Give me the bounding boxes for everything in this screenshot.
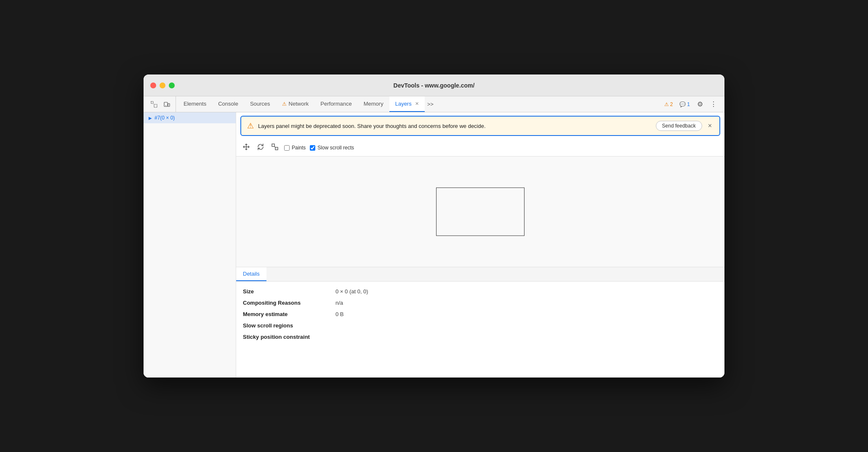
tab-layers[interactable]: Layers ✕ [389, 96, 425, 112]
detail-key-sticky: Sticky position constraint [243, 334, 335, 340]
slow-scroll-checkbox-label[interactable]: Slow scroll rects [310, 145, 354, 151]
settings-button[interactable]: ⚙ [694, 98, 706, 110]
detail-row-memory: Memory estimate 0 B [243, 308, 718, 320]
network-warning-icon: ⚠ [282, 101, 287, 107]
tab-details[interactable]: Details [236, 267, 266, 281]
tabs-list: Elements Console Sources ⚠ Network Perfo… [178, 96, 662, 112]
close-button[interactable] [150, 82, 156, 88]
tab-sources[interactable]: Sources [244, 96, 276, 112]
svg-rect-0 [151, 101, 153, 104]
content-panel: ⚠ Layers panel might be deprecated soon.… [236, 112, 724, 378]
details-content: Size 0 × 0 (at 0, 0) Compositing Reasons… [236, 282, 724, 347]
details-section: Details Size 0 × 0 (at 0, 0) Compositing… [236, 267, 724, 378]
tab-performance[interactable]: Performance [314, 96, 357, 112]
warning-icon: ⚠ [664, 101, 669, 107]
devtools-window: DevTools - www.google.com/ [144, 74, 724, 378]
detail-key-size: Size [243, 288, 335, 295]
deprecation-banner: ⚠ Layers panel might be deprecated soon.… [240, 116, 720, 136]
tab-memory[interactable]: Memory [358, 96, 389, 112]
rotate-icon[interactable] [256, 142, 266, 154]
device-icon[interactable] [161, 99, 172, 110]
traffic-lights [150, 82, 175, 88]
detail-row-scroll: Slow scroll regions [243, 320, 718, 331]
inspect-icon[interactable] [149, 99, 160, 110]
tab-network[interactable]: ⚠ Network [276, 96, 315, 112]
slow-scroll-checkbox[interactable] [310, 145, 315, 151]
svg-rect-6 [275, 147, 278, 150]
devtools-container: Elements Console Sources ⚠ Network Perfo… [144, 96, 724, 378]
message-badge[interactable]: 💬 1 [677, 101, 692, 108]
send-feedback-button[interactable]: Send feedback [656, 121, 702, 131]
banner-warning-icon: ⚠ [247, 121, 254, 130]
more-options-button[interactable]: ⋮ [708, 98, 719, 110]
sidebar-item-layer[interactable]: ▶ #7(0 × 0) [144, 112, 236, 123]
detail-row-sticky: Sticky position constraint [243, 331, 718, 343]
svg-rect-3 [168, 104, 170, 106]
tabs-bar: Elements Console Sources ⚠ Network Perfo… [144, 96, 724, 112]
warning-badge[interactable]: ⚠ 2 [662, 101, 676, 108]
tab-elements[interactable]: Elements [178, 96, 212, 112]
tab-icon-group [145, 96, 176, 112]
detail-row-compositing: Compositing Reasons n/a [243, 297, 718, 308]
detail-key-scroll: Slow scroll regions [243, 322, 335, 329]
svg-line-7 [274, 146, 275, 147]
details-tabs: Details [236, 267, 724, 282]
expand-arrow: ▶ [149, 116, 152, 120]
layers-sidebar: ▶ #7(0 × 0) [144, 112, 236, 378]
message-icon: 💬 [679, 101, 686, 107]
maximize-button[interactable] [169, 82, 175, 88]
detail-value-memory: 0 B [335, 311, 344, 317]
detail-key-compositing: Compositing Reasons [243, 300, 335, 306]
layers-toolbar: Paints Slow scroll rects [236, 139, 724, 157]
main-area: ▶ #7(0 × 0) ⚠ Layers panel might be depr… [144, 112, 724, 378]
layers-viewport[interactable] [236, 157, 724, 267]
layer-rectangle [436, 188, 525, 236]
detail-key-memory: Memory estimate [243, 311, 335, 317]
tabs-right: ⚠ 2 💬 1 ⚙ ⋮ [662, 98, 723, 110]
detail-row-size: Size 0 × 0 (at 0, 0) [243, 286, 718, 297]
banner-message: Layers panel might be deprecated soon. S… [258, 123, 652, 129]
more-tabs-button[interactable]: >> [425, 101, 436, 107]
close-layers-tab[interactable]: ✕ [415, 101, 419, 106]
close-banner-button[interactable]: × [706, 122, 714, 130]
resize-icon[interactable] [270, 142, 280, 154]
window-title: DevTools - www.google.com/ [394, 82, 475, 89]
tab-console[interactable]: Console [212, 96, 244, 112]
detail-value-compositing: n/a [335, 300, 343, 306]
svg-rect-5 [272, 144, 274, 146]
title-bar: DevTools - www.google.com/ [144, 74, 724, 96]
paints-checkbox[interactable] [284, 145, 290, 151]
paints-checkbox-label[interactable]: Paints [284, 145, 306, 151]
svg-rect-1 [154, 104, 157, 107]
move-icon[interactable] [241, 142, 251, 154]
detail-value-size: 0 × 0 (at 0, 0) [335, 288, 368, 295]
minimize-button[interactable] [160, 82, 165, 88]
